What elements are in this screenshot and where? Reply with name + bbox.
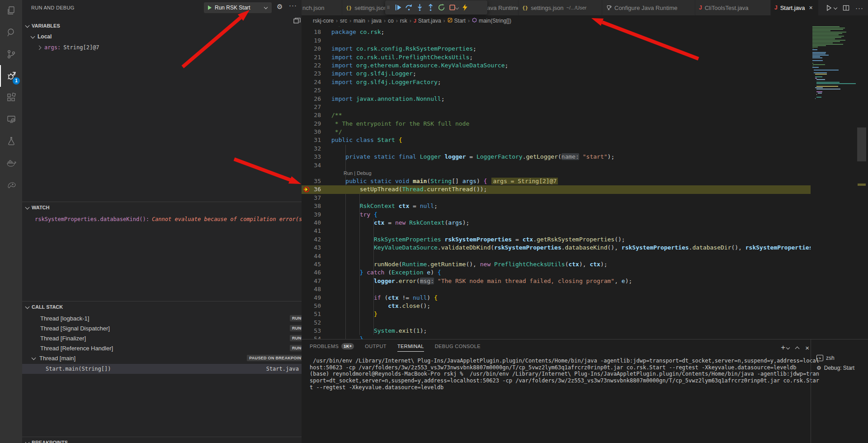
scrollbar-thumb[interactable] — [857, 127, 866, 161]
line-number[interactable]: 35 — [302, 177, 321, 185]
hot-code-replace-icon[interactable] — [459, 2, 470, 13]
line-number[interactable]: 46 — [302, 269, 321, 277]
tab-nch-json[interactable]: nch.json — [302, 0, 342, 15]
code-line-52[interactable]: 52 — [302, 319, 811, 327]
call-stack-section-header[interactable]: CALL STACK — [22, 302, 302, 312]
line-number[interactable]: 50 — [302, 302, 321, 310]
split-editor-icon[interactable] — [843, 5, 849, 11]
variable-args-row[interactable]: args: String[2]@7 — [22, 42, 302, 52]
line-number[interactable]: 52 — [302, 319, 321, 327]
line-number[interactable]: 53 — [302, 327, 321, 335]
code-line-33[interactable]: 33 private static final Logger logger = … — [302, 153, 811, 161]
line-number[interactable]: 47 — [302, 277, 321, 285]
breadcrumb-item[interactable]: co — [388, 18, 394, 24]
code-line-24[interactable]: 24import org.slf4j.LoggerFactory; — [302, 78, 811, 86]
code-line-50[interactable]: 50 ctx.close(); — [302, 302, 811, 310]
run-config-dropdown[interactable]: Run RSK Start — [204, 2, 272, 13]
tab-configure-java-runtime[interactable]: Configure Java Runtime — [602, 0, 695, 15]
breakpoints-section-header[interactable]: BREAKPOINTS — [22, 438, 302, 443]
remote-explorer-icon[interactable] — [0, 108, 22, 130]
testing-icon[interactable] — [0, 130, 22, 152]
line-number[interactable]: 38 — [302, 202, 321, 210]
line-number[interactable]: 43 — [302, 244, 321, 252]
line-number[interactable]: 40 — [302, 219, 321, 227]
call-stack-thread-row[interactable]: Thread [Signal Dispatcher]RUNNING — [22, 323, 302, 333]
line-number[interactable]: 22 — [302, 61, 321, 70]
code-line-51[interactable]: 51 } — [302, 310, 811, 318]
panel-tab-output[interactable]: OUTPUT — [365, 343, 387, 352]
code-line-32[interactable]: 32 — [302, 145, 811, 153]
code-line-37[interactable]: 37 — [302, 194, 811, 202]
code-line-30[interactable]: 30 */ — [302, 128, 811, 136]
line-number[interactable]: 24 — [302, 78, 321, 86]
code-line-20[interactable]: 20import co.rsk.config.RskSystemProperti… — [302, 45, 811, 53]
editor-layout-icon[interactable] — [293, 18, 301, 24]
code-line-38[interactable]: 38 RskContext ctx = null; — [302, 202, 811, 210]
terminal-output[interactable]: /usr/bin/env /Library/Internet\ Plug-Ins… — [310, 358, 802, 391]
line-number[interactable]: 42 — [302, 236, 321, 244]
chevron-down-icon[interactable] — [264, 5, 268, 9]
line-number[interactable]: 21 — [302, 53, 321, 61]
breadcrumb-item[interactable]: rsk — [400, 18, 407, 24]
call-stack-thread-row[interactable]: Thread [main]PAUSED ON BREAKPOINT — [22, 353, 302, 363]
code-line-35[interactable]: 35 public static void main(String[] args… — [302, 177, 811, 185]
code-line-31[interactable]: 31public class Start { — [302, 136, 811, 144]
line-number[interactable]: 39 — [302, 211, 321, 219]
code-line-36[interactable]: 36 setUpThread(Thread.currentThread()); — [302, 185, 811, 193]
call-stack-frame-row[interactable]: Start.main(String[])Start.java36:1 — [22, 364, 302, 374]
chevron-down-icon[interactable] — [834, 6, 837, 9]
new-terminal-button[interactable]: + — [781, 343, 789, 352]
breadcrumb-item[interactable]: Start — [448, 18, 466, 24]
code-line-25[interactable]: 25 — [302, 86, 811, 94]
terminal-instance-zsh[interactable]: >zsh — [814, 353, 868, 363]
line-number[interactable]: 29 — [302, 120, 321, 128]
line-number[interactable]: 33 — [302, 153, 321, 161]
call-stack-thread-row[interactable]: Thread [Finalizer]RUNNING — [22, 333, 302, 343]
code-line-41[interactable]: 41 — [302, 227, 811, 235]
search-icon[interactable] — [0, 22, 22, 43]
more-actions-icon[interactable]: ··· — [855, 4, 863, 12]
line-number[interactable]: 49 — [302, 294, 321, 302]
code-line-28[interactable]: 28/** — [302, 111, 811, 119]
call-stack-thread-row[interactable]: Thread [Reference Handler]RUNNING — [22, 343, 302, 353]
toolbar-drag-handle[interactable]: ⠿ — [387, 7, 392, 9]
breadcrumb-item[interactable]: src — [340, 18, 347, 24]
step-out-button[interactable] — [425, 2, 436, 13]
breadcrumb-item[interactable]: JStart.java — [414, 18, 441, 24]
line-number[interactable]: 37 — [302, 194, 321, 202]
line-number[interactable]: 30 — [302, 128, 321, 136]
line-number[interactable]: 18 — [302, 28, 321, 36]
line-number[interactable]: 54 — [302, 335, 321, 339]
breadcrumb-item[interactable]: main(String[]) — [472, 18, 511, 24]
code-line-45[interactable]: 45 runNode(Runtime.getRuntime(), new Pre… — [302, 260, 811, 269]
panel-tab-terminal[interactable]: TERMINAL — [397, 343, 424, 352]
watch-expression-row[interactable]: rskSystemProperties.databaseKind(): Cann… — [22, 214, 302, 224]
line-number[interactable]: 28 — [302, 111, 321, 119]
explorer-icon[interactable] — [0, 0, 22, 22]
line-number[interactable]: 27 — [302, 103, 321, 111]
breadcrumb-item[interactable]: rskj-core — [313, 18, 334, 24]
line-number[interactable]: 19 — [302, 37, 321, 45]
code-line-27[interactable]: 27 — [302, 103, 811, 111]
code-line-29[interactable]: 29 * The entrypoint for the RSK full nod… — [302, 120, 811, 128]
run-and-debug-icon[interactable]: 1 — [0, 65, 22, 87]
code-line-26[interactable]: 26import javax.annotation.Nonnull; — [302, 95, 811, 103]
code-line-34[interactable]: 34 — [302, 161, 811, 170]
line-number[interactable]: 26 — [302, 95, 321, 103]
step-over-button[interactable] — [403, 2, 414, 13]
continue-button[interactable] — [392, 2, 403, 13]
run-file-button[interactable] — [826, 5, 837, 11]
chevron-down-icon[interactable] — [786, 346, 790, 349]
terminal-instance-debug-start[interactable]: ⚙Debug: Start — [814, 363, 868, 373]
line-number[interactable]: 48 — [302, 285, 321, 293]
code-lens-run-debug[interactable]: Run | Debug — [302, 170, 811, 177]
docker-icon[interactable] — [0, 152, 22, 174]
line-number[interactable]: 20 — [302, 45, 321, 53]
code-line-22[interactable]: 22import org.ethereum.datasource.KeyValu… — [302, 61, 811, 70]
breadcrumb-item[interactable]: main — [354, 18, 365, 24]
tab-settings-json[interactable]: {}settings.json~/.../User — [519, 0, 602, 15]
code-line-54[interactable]: 54 } — [302, 335, 811, 339]
line-number[interactable]: 23 — [302, 70, 321, 78]
line-number[interactable]: 45 — [302, 260, 321, 269]
panel-tab-problems[interactable]: PROBLEMS1K+ — [310, 343, 354, 352]
